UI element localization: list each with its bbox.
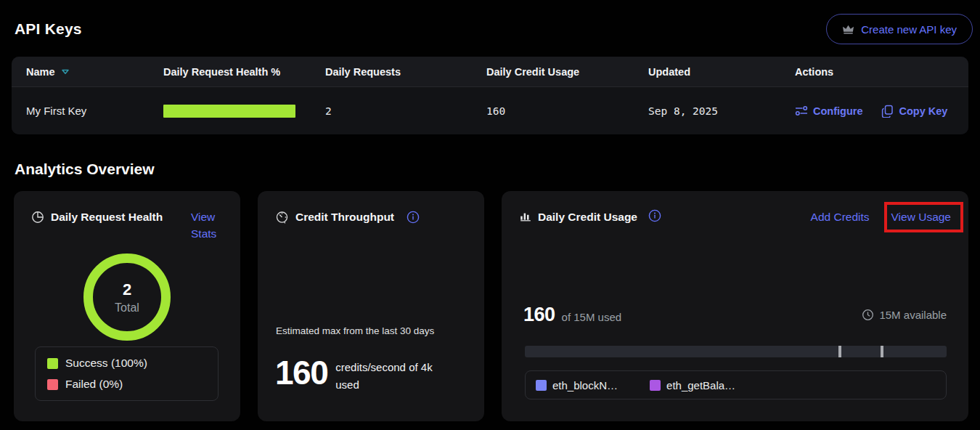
- sliders-icon: [795, 105, 808, 116]
- copy-key-button[interactable]: Copy Key: [881, 105, 947, 118]
- sort-chevron-icon: [61, 69, 70, 75]
- card-title-daily-request-health: Daily Request Health: [51, 208, 184, 225]
- health-bar: [163, 105, 295, 118]
- column-header-actions: Actions: [795, 66, 954, 78]
- credit-throughput-card: Credit Throughput Estimated max from the…: [258, 191, 484, 421]
- credits-available-label: 15M available: [879, 309, 947, 321]
- legend-item-success: Success (100%): [47, 357, 206, 370]
- donut-total-label: Total: [115, 301, 139, 315]
- success-label: Success (100%): [65, 357, 147, 370]
- card-title-credit-throughput: Credit Throughput: [295, 208, 394, 225]
- info-icon[interactable]: [407, 211, 420, 227]
- bar-chart-icon: [520, 210, 531, 224]
- throughput-unit: credits/second of 4k used: [335, 359, 453, 394]
- success-swatch: [47, 358, 58, 369]
- api-key-name: My First Key: [26, 105, 163, 117]
- credit-usage-progress-bar: [525, 346, 947, 357]
- card-title-daily-credit-usage: Daily Credit Usage: [538, 208, 637, 225]
- progress-tick: [881, 346, 883, 357]
- failed-swatch: [47, 379, 58, 390]
- copy-icon: [881, 105, 894, 118]
- eth-getbalance-swatch: [650, 380, 661, 391]
- daily-credit-usage-value: 160: [486, 105, 648, 117]
- legend-item-eth-blocknumber: eth_blockN…: [536, 379, 618, 392]
- info-icon[interactable]: [648, 209, 661, 225]
- donut-total-value: 2: [123, 280, 131, 299]
- table-row: My First Key 2 160 Sep 8, 2025 Configure: [12, 86, 968, 134]
- throughput-subtitle: Estimated max from the last 30 days: [276, 325, 434, 336]
- view-stats-link[interactable]: View Stats: [191, 208, 226, 242]
- table-header-row: Name Daily Request Health % Daily Reques…: [12, 57, 968, 86]
- topbar: API Keys Create new API key: [0, 0, 980, 45]
- eth-blocknumber-label: eth_blockN…: [552, 379, 618, 392]
- column-header-updated: Updated: [648, 66, 795, 78]
- legend-item-failed: Failed (0%): [47, 378, 206, 391]
- analytics-cards: Daily Request Health View Stats 2 Total …: [14, 191, 968, 421]
- dashboard-page: API Keys Create new API key Name Daily R…: [0, 0, 980, 421]
- usage-summary-row: 160 of 15M used 15M available: [523, 304, 947, 326]
- legend-item-eth-getbalance: eth_getBala…: [650, 379, 735, 392]
- health-bar-track: [163, 105, 295, 118]
- page-title: API Keys: [15, 20, 82, 38]
- section-title-analytics: Analytics Overview: [15, 161, 980, 178]
- column-header-daily-requests: Daily Requests: [325, 66, 486, 78]
- method-legend: eth_blockN… eth_getBala…: [525, 370, 947, 399]
- add-credits-link[interactable]: Add Credits: [811, 208, 870, 225]
- eth-blocknumber-swatch: [536, 380, 547, 391]
- eth-getbalance-label: eth_getBala…: [666, 379, 735, 392]
- column-header-health: Daily Request Health %: [163, 66, 325, 78]
- create-api-key-button[interactable]: Create new API key: [826, 14, 973, 44]
- pie-chart-icon: [31, 211, 44, 224]
- gauge-icon: [275, 211, 289, 224]
- configure-button[interactable]: Configure: [795, 105, 862, 118]
- configure-label: Configure: [813, 105, 862, 117]
- updated-value: Sep 8, 2025: [648, 105, 795, 117]
- column-header-name[interactable]: Name: [26, 66, 163, 78]
- failed-label: Failed (0%): [65, 378, 123, 391]
- daily-request-health-card: Daily Request Health View Stats 2 Total …: [14, 191, 240, 421]
- column-name-label: Name: [26, 66, 55, 78]
- create-api-key-label: Create new API key: [861, 23, 957, 36]
- daily-requests-value: 2: [325, 105, 486, 117]
- view-usage-link[interactable]: View Usage: [891, 211, 951, 223]
- progress-tick: [838, 346, 841, 357]
- credits-used-value: 160: [523, 304, 555, 326]
- clock-icon: [862, 309, 874, 321]
- column-header-daily-credit-usage: Daily Credit Usage: [486, 66, 648, 78]
- throughput-value: 160: [275, 352, 327, 394]
- credits-used-suffix: of 15M used: [562, 311, 622, 323]
- health-legend: Success (100%) Failed (0%): [35, 346, 219, 401]
- donut-center: 2 Total: [83, 253, 171, 341]
- crown-icon: [842, 24, 854, 35]
- copy-key-label: Copy Key: [899, 105, 947, 117]
- daily-credit-usage-card: Daily Credit Usage Add Credits View Usag…: [502, 191, 968, 421]
- api-keys-table: Name Daily Request Health % Daily Reques…: [12, 57, 968, 134]
